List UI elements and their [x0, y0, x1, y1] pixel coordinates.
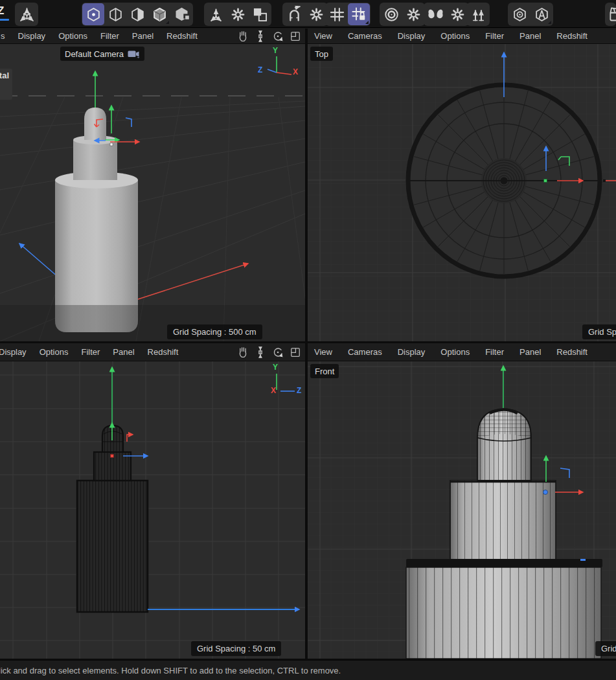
flyout-corner	[548, 21, 551, 24]
hexagon-a-icon[interactable]	[530, 3, 553, 25]
target-rings-icon[interactable]	[380, 3, 402, 25]
bottle-wireframe-side[interactable]	[77, 425, 148, 612]
gear-icon[interactable]	[227, 3, 249, 25]
workplane-icon[interactable]	[249, 3, 271, 25]
polygons-mode-icon[interactable]	[126, 3, 148, 25]
texture-mode-icon[interactable]	[170, 3, 192, 25]
top-menubar: View Cameras Display Options Filter Pane…	[308, 28, 616, 43]
axis-scale-icon[interactable]	[16, 3, 38, 25]
snap-magnet-icon[interactable]	[283, 3, 305, 25]
pan-hand-icon[interactable]	[236, 345, 250, 359]
status-message: lick and drag to select elements. Hold d…	[0, 666, 341, 675]
viewport-menubar-bottom: Display Options Filter Panel Redshift	[0, 343, 616, 361]
dolly-icon[interactable]	[253, 345, 268, 359]
viewport-right-side[interactable]: Y X Z Grid Spacing : 50 cm	[0, 361, 305, 659]
front-canvas[interactable]	[308, 361, 616, 659]
grid-icon[interactable]	[326, 3, 348, 25]
symmetry-icon[interactable]	[424, 3, 446, 25]
menu-item-cameras[interactable]: Cameras	[348, 31, 382, 41]
maximize-icon[interactable]	[288, 345, 302, 359]
status-bar: lick and drag to select elements. Hold d…	[0, 660, 616, 680]
hexagon-eye-icon[interactable]	[508, 3, 530, 25]
rotate-icon[interactable]	[271, 29, 285, 43]
menu-item-filter[interactable]: Filter	[485, 31, 504, 41]
axis-label-z: Z	[297, 386, 301, 395]
menu-item-view[interactable]: View	[314, 347, 332, 357]
symmetry-group	[424, 3, 469, 26]
menu-item-panel[interactable]: Panel	[519, 31, 541, 41]
double-up-arrow-icon[interactable]	[467, 3, 489, 25]
viewport-perspective[interactable]: Y Z X tal Default Camera Grid Spacing : …	[0, 44, 305, 341]
gear-icon[interactable]	[446, 3, 468, 25]
right-view-menubar: Display Options Filter Panel Redshift	[0, 343, 305, 361]
menu-item-display[interactable]: Display	[18, 31, 46, 41]
menu-item-options[interactable]: Options	[440, 347, 470, 357]
perspective-grid	[0, 97, 305, 341]
grid-group	[325, 3, 371, 26]
menu-item-redshift[interactable]: Redshift	[556, 347, 587, 357]
top-canvas[interactable]	[308, 44, 616, 341]
gizmo-origin-dot	[544, 179, 547, 183]
menu-item-filter[interactable]: Filter	[100, 31, 119, 41]
center-group	[380, 3, 425, 26]
viewport-menubar-top: s Display Options Filter Panel Redshift	[0, 28, 616, 44]
menu-item-redshift[interactable]: Redshift	[166, 31, 198, 41]
model-mode-icon[interactable]	[148, 3, 170, 25]
points-mode-icon[interactable]	[82, 3, 104, 25]
horizontal-splitter[interactable]	[0, 341, 616, 343]
gear-icon[interactable]	[305, 3, 327, 25]
menu-item-filter[interactable]: Filter	[485, 347, 504, 357]
camera-icon	[128, 50, 140, 58]
menu-item-options[interactable]: Options	[440, 31, 470, 41]
flyout-corner	[365, 21, 369, 24]
rotate-icon[interactable]	[271, 345, 285, 359]
display-mode-group	[508, 3, 553, 26]
grid-spacing-label: Grid Spacing : 50 cm	[191, 641, 281, 656]
major-grid	[0, 361, 305, 659]
menu-item-redshift[interactable]: Redshift	[148, 347, 179, 357]
menu-item-options[interactable]: Options	[58, 31, 87, 41]
menu-item-view[interactable]: View	[314, 31, 332, 41]
menu-item-panel[interactable]: Panel	[113, 347, 134, 357]
menu-item-cameras[interactable]: Cameras	[348, 347, 382, 357]
menu-item-partial[interactable]: s	[1, 31, 5, 41]
arrows-group	[466, 3, 490, 26]
dolly-icon[interactable]	[253, 29, 268, 43]
main-toolbar: Z	[0, 0, 616, 28]
coordinate-z-button[interactable]: Z	[0, 5, 4, 17]
menu-item-display[interactable]: Display	[0, 347, 27, 357]
menu-item-panel[interactable]: Panel	[519, 347, 541, 357]
pan-hand-icon[interactable]	[236, 29, 250, 43]
vertical-splitter[interactable]	[305, 28, 308, 659]
axis-label-z: Z	[258, 65, 262, 74]
menu-item-redshift[interactable]: Redshift	[556, 31, 587, 41]
menu-item-filter[interactable]: Filter	[81, 347, 100, 357]
menu-item-display[interactable]: Display	[398, 31, 426, 41]
camera-label[interactable]: Default Camera	[60, 47, 144, 61]
side-canvas[interactable]	[0, 361, 305, 659]
flyout-corner	[166, 21, 169, 24]
edges-mode-icon[interactable]	[104, 3, 126, 25]
front-menubar: View Cameras Display Options Filter Pane…	[308, 343, 616, 361]
selected-vertex[interactable]	[110, 143, 113, 146]
maximize-icon[interactable]	[288, 29, 302, 43]
partial-hud-tab: tal	[0, 69, 12, 100]
menu-item-display[interactable]: Display	[398, 347, 426, 357]
viewport-front[interactable]: Front Grid	[308, 361, 616, 659]
snap-group	[282, 3, 328, 26]
axis-label-y: Y	[273, 46, 278, 55]
perspective-canvas[interactable]	[0, 44, 305, 341]
menu-item-panel[interactable]: Panel	[132, 31, 154, 41]
viewport-top[interactable]: Top Grid Sp	[308, 44, 616, 341]
clapper-group	[605, 3, 616, 26]
move-branch-icon[interactable]	[205, 3, 227, 25]
viewport-title: Top	[310, 47, 333, 61]
rotate-handle-z	[126, 118, 131, 127]
gear-icon[interactable]	[402, 3, 424, 25]
clapper-icon[interactable]	[606, 3, 616, 25]
grid-lock-icon[interactable]	[348, 3, 370, 25]
menu-item-options[interactable]: Options	[40, 347, 69, 357]
application-window: Z	[0, 0, 616, 680]
axis-scale-group	[15, 3, 38, 26]
gizmo-origin-dot	[111, 455, 114, 458]
